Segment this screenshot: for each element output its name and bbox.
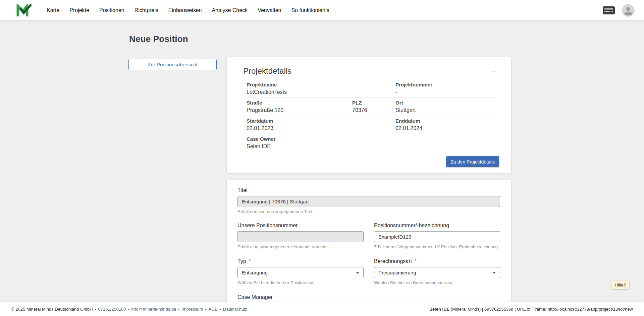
content-columns: Zur Positionsübersicht Projektdetails − … [128, 57, 511, 316]
typ-helper: Wählen Sie hier die Art der Position aus… [237, 280, 364, 285]
titel-label: Titel [237, 187, 500, 193]
nav-item-einbauweisen[interactable]: Einbauweisen [168, 7, 202, 13]
chevron-down-icon [492, 272, 496, 274]
help-button[interactable]: Hilfe? [611, 281, 629, 289]
field-plz: PLZ 70376 [352, 100, 395, 113]
user-avatar[interactable] [622, 4, 635, 17]
unsere-positionsnummer-label: Unsere Positionsnummer [237, 222, 364, 229]
footer: © 2025 Mineral Minds Deutschland GmbH • … [0, 302, 644, 316]
field-value: LotCreationTests [247, 89, 395, 95]
separator: • [178, 307, 179, 311]
field-projektnummer: Projektnummer - [395, 82, 496, 95]
field-value: Stuttgart [395, 107, 496, 113]
berechnungsart-group: Berechnungsart * Preisoptimierung Wählen… [374, 258, 500, 285]
field-projektname: Projektname LotCreationTests [247, 82, 395, 95]
berechnungsart-label: Berechnungsart [374, 258, 412, 264]
field-value: - [395, 89, 496, 95]
footer-link-agb[interactable]: AGB [208, 307, 217, 312]
field-value: 70376 [352, 107, 395, 113]
field-strasse: Straße Pragstraße 120 [247, 100, 352, 113]
nav-item-verwalten[interactable]: Verwalten [258, 7, 281, 13]
nav-item-positionen[interactable]: Positionen [99, 7, 124, 13]
footer-link-impressum[interactable]: Impressum [181, 307, 203, 312]
field-label: Ort [395, 100, 496, 106]
field-label: Startdatum [247, 118, 395, 124]
back-to-positions-button[interactable]: Zur Positionsübersicht [128, 59, 217, 70]
field-row: Straße Pragstraße 120 PLZ 70376 Ort Stut… [247, 98, 496, 116]
main-content: Neue Position Zur Positionsübersicht Pro… [128, 34, 511, 316]
session-details: (Mineral Minds) | 69576255536d | URL of … [449, 307, 633, 312]
top-navigation: Karte Projekte Positionen Richtpreis Ein… [0, 0, 644, 20]
goto-project-details-button[interactable]: Zu den Projektdetails [446, 156, 499, 167]
nav-item-analyse-check[interactable]: Analyse Check [212, 7, 248, 13]
copyright-text: © 2025 Mineral Minds Deutschland GmbH [11, 307, 93, 312]
mineral-minds-logo[interactable] [16, 4, 32, 17]
collapse-button[interactable]: − [489, 67, 498, 75]
titel-helper: Erhält den von uns vorgegebenen Titel. [237, 209, 500, 214]
positionsnummer-input[interactable] [374, 231, 500, 242]
field-startdatum: Startdatum 02.01.2023 [247, 118, 395, 131]
session-user: Selen IDE [429, 307, 449, 312]
field-label: Straße [247, 100, 352, 106]
person-icon [622, 4, 635, 17]
required-marker: * [249, 258, 251, 264]
topbar-right [602, 4, 635, 17]
typ-select[interactable]: Entsorgung [237, 267, 364, 278]
project-details-actions: Zu den Projektdetails [227, 152, 511, 173]
footer-session-info: Selen IDE (Mineral Minds) | 69576255536d… [429, 307, 633, 312]
field-label: Case Owner [247, 136, 496, 142]
titel-group: Titel Erhält den von uns vorgegebenen Ti… [237, 187, 500, 214]
field-label: Enddatum [395, 118, 496, 124]
field-enddatum: Enddatum 02.01.2024 [395, 118, 496, 131]
separator: • [95, 307, 96, 311]
chevron-down-icon [356, 272, 359, 274]
logo-graphic [16, 4, 32, 17]
nav-item-richtpreis[interactable]: Richtpreis [135, 7, 158, 13]
project-details-card: Projektdetails − Projektname LotCreation… [227, 57, 511, 173]
field-value: Pragstraße 120 [247, 107, 352, 113]
positionsnummer-label: Positionsnummer/-bezeichnung [374, 222, 500, 229]
field-ort: Ort Stuttgart [395, 100, 496, 113]
field-label: Projektnummer [395, 82, 496, 88]
berechnungsart-select-value: Preisoptimierung [378, 270, 416, 275]
typ-label-row: Typ * [237, 258, 364, 264]
field-value: Selen IDE [247, 143, 496, 149]
unsere-positionsnummer-group: Unsere Positionsnummer Erhält eine syste… [237, 222, 364, 249]
project-details-fields: Projektname LotCreationTests Projektnumm… [227, 80, 511, 152]
page-title: Neue Position [129, 34, 511, 44]
unsere-positionsnummer-helper: Erhält eine systemgenerierte Nummer von … [237, 244, 364, 249]
typ-label: Typ [237, 258, 246, 264]
project-details-title: Projektdetails [243, 66, 291, 76]
required-marker: * [414, 258, 416, 264]
project-details-header: Projektdetails − [227, 57, 511, 80]
title-divider [128, 52, 511, 52]
footer-left: © 2025 Mineral Minds Deutschland GmbH • … [11, 307, 247, 312]
field-row: Startdatum 02.01.2023 Enddatum 02.01.202… [247, 116, 496, 134]
field-row: Case Owner Selen IDE [247, 134, 496, 152]
field-value: 02.01.2024 [395, 125, 496, 131]
server-icon[interactable] [602, 6, 615, 15]
left-column: Zur Positionsübersicht [128, 57, 217, 70]
field-label: Projektname [247, 82, 395, 88]
footer-link-phone[interactable]: 07151/250100 [98, 307, 126, 312]
footer-link-datenschutz[interactable]: Datenschutz [223, 307, 247, 312]
typ-select-value: Entsorgung [242, 270, 268, 275]
unsere-positionsnummer-input [237, 231, 364, 242]
nav-item-karte[interactable]: Karte [47, 7, 59, 13]
position-form-card: Titel Erhält den von uns vorgegebenen Ti… [227, 180, 511, 316]
footer-link-email[interactable]: info@mineral-minds.de [131, 307, 176, 312]
nav-item-so-funktionierts[interactable]: So funktioniert's [291, 7, 329, 13]
nav-item-projekte[interactable]: Projekte [69, 7, 89, 13]
main-nav: Karte Projekte Positionen Richtpreis Ein… [47, 7, 329, 13]
separator: • [128, 307, 129, 311]
field-value: 02.01.2023 [247, 125, 395, 131]
berechnungsart-helper: Wählen Sie hier die Berechnungsart aus. [374, 280, 500, 285]
positionsnummer-helper: Z.B. Interne-Vorgangsnummer, LV-Position… [374, 244, 500, 249]
positionsnummer-group: Positionsnummer/-bezeichnung Z.B. Intern… [374, 222, 500, 249]
berechnungsart-label-row: Berechnungsart * [374, 258, 500, 264]
field-label: PLZ [352, 100, 395, 106]
field-row: Projektname LotCreationTests Projektnumm… [247, 80, 496, 98]
berechnungsart-select[interactable]: Preisoptimierung [374, 267, 500, 278]
field-case-owner: Case Owner Selen IDE [247, 136, 496, 149]
right-column: Projektdetails − Projektname LotCreation… [227, 57, 511, 316]
